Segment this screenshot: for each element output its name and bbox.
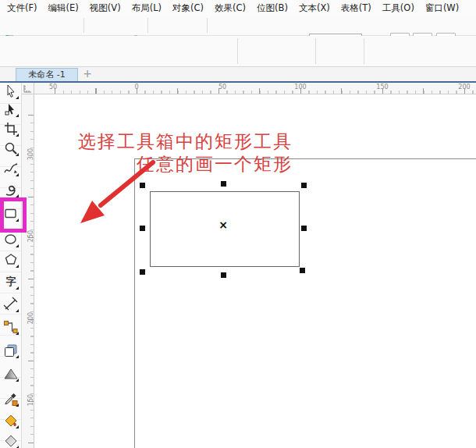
- horizontal-ruler[interactable]: 50 0 50 100 150 200: [34, 83, 476, 94]
- property-bar: X: Y: % % ↺ °: [0, 36, 476, 67]
- polygon-tool[interactable]: [2, 251, 20, 268]
- vruler-label: 150: [27, 393, 34, 408]
- menu-view[interactable]: 视图(V): [90, 2, 121, 14]
- menu-layout[interactable]: 布局(L): [132, 2, 162, 14]
- interactive-fill-tool[interactable]: [2, 412, 20, 429]
- propbar-separator: [315, 38, 316, 64]
- selection-handle-bottom-left[interactable]: [140, 269, 145, 275]
- freehand-tool[interactable]: [2, 160, 20, 177]
- hruler-label: 50: [49, 84, 57, 91]
- toolbox: 字: [0, 83, 22, 448]
- selection-handle-bottom-center[interactable]: [221, 272, 226, 278]
- new-tab-button[interactable]: +: [80, 68, 95, 81]
- propbar-separator: [237, 38, 238, 64]
- menu-file[interactable]: 文件(F): [7, 2, 37, 14]
- object-center-marker[interactable]: ×: [217, 219, 229, 230]
- hruler-label: 50: [218, 84, 226, 91]
- selection-handle-top-left[interactable]: [140, 183, 145, 188]
- vruler-label: 250: [27, 229, 34, 244]
- transparency-tool[interactable]: [2, 365, 20, 382]
- selection-handle-middle-right[interactable]: [301, 226, 307, 231]
- toolbar-separator: [83, 18, 84, 33]
- selection-handle-top-right[interactable]: [301, 183, 307, 188]
- menu-window[interactable]: 窗口(W): [425, 2, 459, 14]
- shape-tool[interactable]: [2, 101, 20, 118]
- annotation-line1: 选择工具箱中的矩形工具: [78, 130, 293, 154]
- standard-toolbar: ▾ ▾ 58% ▾: [0, 16, 476, 36]
- drawing-canvas[interactable]: 选择工具箱中的矩形工具 任意的画一个矩形 ×: [34, 94, 476, 448]
- propbar-separator: [364, 38, 364, 64]
- menu-bitmaps[interactable]: 位图(B): [257, 2, 288, 14]
- document-tab-bar: 未命名 -1 +: [0, 67, 476, 83]
- hruler-label: 150: [376, 84, 388, 91]
- menu-edit[interactable]: 编辑(E): [48, 2, 79, 14]
- annotation-arrow-icon: [46, 155, 163, 229]
- selection-handle-middle-left[interactable]: [140, 226, 145, 231]
- crop-tool[interactable]: [2, 120, 20, 137]
- zoom-tool[interactable]: [2, 140, 20, 157]
- selection-handle-bottom-right[interactable]: [300, 268, 305, 273]
- menu-bar: 文件(F) 编辑(E) 视图(V) 布局(L) 对象(C) 效果(C) 位图(B…: [0, 0, 476, 16]
- document-tab[interactable]: 未命名 -1: [16, 68, 78, 81]
- connector-tool[interactable]: [2, 318, 20, 336]
- drop-shadow-tool[interactable]: [2, 342, 20, 359]
- ruler-origin-corner[interactable]: [22, 83, 34, 94]
- menu-object[interactable]: 对象(C): [172, 2, 204, 14]
- vruler-label: 300: [27, 147, 34, 162]
- rectangle-tool-highlight-box: [0, 197, 27, 233]
- vruler-label: 200: [27, 311, 34, 326]
- menu-effects[interactable]: 效果(C): [215, 2, 246, 14]
- vertical-ruler[interactable]: 300 250 200 150: [22, 94, 34, 448]
- smart-fill-tool[interactable]: [2, 432, 20, 448]
- hruler-label: 100: [294, 84, 306, 91]
- menu-tools[interactable]: 工具(O): [382, 2, 414, 14]
- color-eyedropper-tool[interactable]: [2, 390, 20, 407]
- text-tool[interactable]: 字: [2, 273, 20, 290]
- artistic-media-tool[interactable]: [2, 181, 20, 198]
- hruler-label: 200: [458, 84, 470, 91]
- hruler-label: 0: [134, 84, 138, 91]
- pick-tool[interactable]: [2, 83, 20, 100]
- ellipse-tool[interactable]: [2, 231, 20, 248]
- parallel-dimension-tool[interactable]: [2, 296, 20, 313]
- toolbar-separator: [147, 18, 148, 33]
- coreldraw-window: 文件(F) 编辑(E) 视图(V) 布局(L) 对象(C) 效果(C) 位图(B…: [0, 0, 476, 448]
- menu-table[interactable]: 表格(T): [341, 2, 371, 14]
- toolbar-separator: [207, 18, 208, 33]
- menu-text[interactable]: 文本(X): [299, 2, 330, 14]
- selection-handle-top-center[interactable]: [221, 181, 226, 187]
